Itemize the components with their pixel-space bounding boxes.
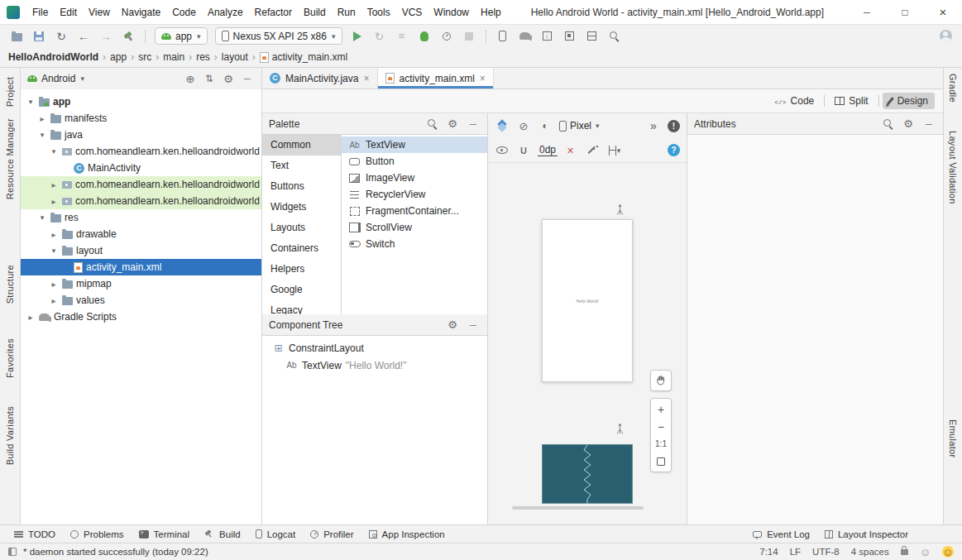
close-tab-icon[interactable] [363, 73, 369, 84]
breadcrumb-item-layout[interactable]: layout [222, 51, 248, 63]
menu-edit[interactable]: Edit [54, 0, 83, 25]
design-canvas[interactable]: Hello World! [488, 163, 687, 524]
tool-window-button-problems[interactable]: Problems [63, 525, 132, 543]
palette-category-helpers[interactable]: Helpers [262, 259, 341, 280]
menu-build[interactable]: Build [298, 0, 332, 25]
indent-config[interactable]: 4 spaces [851, 547, 889, 557]
palette-item-recyclerview[interactable]: RecyclerView [342, 186, 487, 203]
hide-panel-button[interactable] [921, 117, 936, 132]
run-configuration-select[interactable]: app [155, 27, 208, 45]
lock-icon[interactable] [901, 549, 908, 555]
locate-file-button[interactable] [183, 71, 198, 86]
tool-window-button-gradle[interactable]: Gradle [948, 68, 958, 108]
device-design-preview[interactable]: Hello World! [542, 219, 633, 382]
attributes-search-button[interactable] [880, 117, 895, 132]
tool-window-button-event-log[interactable]: Event Log [745, 525, 817, 543]
palette-category-buttons[interactable]: Buttons [262, 176, 341, 197]
scrollbar-thumb[interactable] [512, 506, 644, 510]
breadcrumb-item-helloandroidworld[interactable]: HelloAndroidWorld [8, 51, 98, 63]
tool-window-button-resource-manager[interactable]: Resource Manager [5, 112, 15, 205]
profile-avatar-button[interactable] [936, 27, 955, 45]
chevron-down-icon[interactable] [26, 98, 36, 106]
sdk-manager-button[interactable] [538, 27, 558, 45]
palette-item-switch[interactable]: Switch [342, 236, 487, 252]
debug-button[interactable] [414, 27, 434, 45]
project-tree-item-gradle-scripts[interactable]: Gradle Scripts [21, 309, 261, 325]
palette-category-containers[interactable]: Containers [262, 238, 341, 259]
horizontal-scrollbar[interactable] [493, 506, 682, 510]
palette-category-layouts[interactable]: Layouts [262, 218, 341, 238]
palette-item-imageview[interactable]: ImageView [342, 170, 487, 186]
project-tree-item-activity-main-xml[interactable]: activity_main.xml [21, 259, 261, 275]
hide-panel-button[interactable] [466, 318, 481, 333]
project-tree-item-mainactivity[interactable]: CMainActivity [21, 160, 261, 176]
tool-window-button-build-variants[interactable]: Build Variants [5, 400, 15, 471]
chevron-down-icon[interactable] [37, 213, 47, 222]
menu-window[interactable]: Window [428, 0, 475, 25]
palette-category-widgets[interactable]: Widgets [262, 197, 341, 218]
settings-gear-button[interactable] [221, 71, 236, 86]
feedback-smiley-icon[interactable] [942, 546, 954, 558]
menu-code[interactable]: Code [166, 0, 202, 25]
device-select[interactable]: Nexus 5X API 25 x86 [215, 27, 342, 45]
chevron-right-icon[interactable] [49, 230, 59, 239]
gradle-sync-button[interactable] [515, 27, 535, 45]
close-tab-icon[interactable] [480, 73, 486, 84]
zoom-out-button[interactable] [652, 418, 670, 435]
project-tree-item-drawable[interactable]: drawable [21, 226, 261, 242]
settings-gear-button[interactable] [901, 117, 916, 132]
project-tree-item-java[interactable]: java [21, 127, 261, 143]
chevron-down-icon[interactable] [49, 147, 59, 156]
search-everywhere-button[interactable] [605, 27, 625, 45]
device-selector[interactable]: Pixel [559, 118, 600, 133]
tool-window-button-todo[interactable]: TODO [7, 525, 63, 543]
palette-category-common[interactable]: Common [262, 135, 341, 156]
mode-design-button[interactable]: Design [883, 93, 935, 109]
gray-smiley-icon[interactable] [920, 546, 931, 558]
chevron-right-icon[interactable] [49, 180, 59, 189]
default-margins-button[interactable]: 0dp [538, 144, 558, 156]
tool-window-button-project[interactable]: Project [5, 71, 15, 112]
project-view-select[interactable]: Android [41, 73, 75, 84]
project-tree-item-com-homeandlearn-ken-helloandroidworld[interactable]: com.homeandlearn.ken.helloandroidworld [21, 193, 261, 209]
settings-gear-button[interactable] [445, 318, 460, 333]
stop-button[interactable] [459, 27, 479, 45]
profile-app-button[interactable] [392, 27, 412, 45]
chevron-down-icon[interactable] [49, 246, 59, 255]
menu-navigate[interactable]: Navigate [116, 0, 166, 25]
device-manager-button[interactable] [493, 27, 513, 45]
tool-window-button-favorites[interactable]: Favorites [5, 333, 15, 384]
open-file-button[interactable] [7, 27, 26, 45]
breadcrumb-item-app[interactable]: app [110, 51, 127, 63]
tool-window-button-build[interactable]: Build [197, 525, 248, 543]
menu-refactor[interactable]: Refactor [249, 0, 298, 25]
clear-constraints-button[interactable] [564, 143, 579, 158]
tab-mainactivity-java[interactable]: C MainActivity.java [262, 68, 378, 89]
chevron-right-icon[interactable] [37, 114, 47, 123]
breadcrumb-item-res[interactable]: res [196, 51, 210, 63]
hide-panel-button[interactable] [466, 117, 481, 132]
palette-item-textview[interactable]: AbTextView [342, 136, 487, 153]
breadcrumb-item-activity-main-xml[interactable]: activity_main.xml [260, 51, 347, 63]
menu-tools[interactable]: Tools [361, 0, 396, 25]
tool-window-button-app-inspection[interactable]: App Inspection [361, 525, 452, 543]
project-structure-button[interactable] [582, 27, 602, 45]
zoom-to-fit-button[interactable] [652, 452, 670, 470]
layout-inspector-button[interactable] [560, 27, 580, 45]
line-separator[interactable]: LF [790, 547, 801, 557]
palette-item-fragmentcontainer[interactable]: FragmentContainer... [342, 203, 487, 219]
tab-activity-main-xml[interactable]: activity_main.xml [378, 68, 494, 89]
project-tree-item-app[interactable]: app [21, 93, 261, 110]
theme-button[interactable] [538, 118, 553, 133]
palette-category-text[interactable]: Text [262, 156, 341, 176]
menu-vcs[interactable]: VCS [396, 0, 428, 25]
tool-window-button-emulator[interactable]: Emulator [948, 414, 958, 463]
tool-window-button-layout-validation[interactable]: Layout Validation [948, 125, 958, 210]
menu-help[interactable]: Help [475, 0, 507, 25]
pan-button[interactable] [650, 370, 672, 391]
design-mode-button[interactable] [495, 118, 510, 133]
palette-item-scrollview[interactable]: ScrollView [342, 219, 487, 236]
autoconnect-button[interactable] [516, 143, 531, 158]
overflow-chevron-button[interactable] [646, 118, 661, 133]
expand-collapse-button[interactable] [202, 71, 217, 86]
